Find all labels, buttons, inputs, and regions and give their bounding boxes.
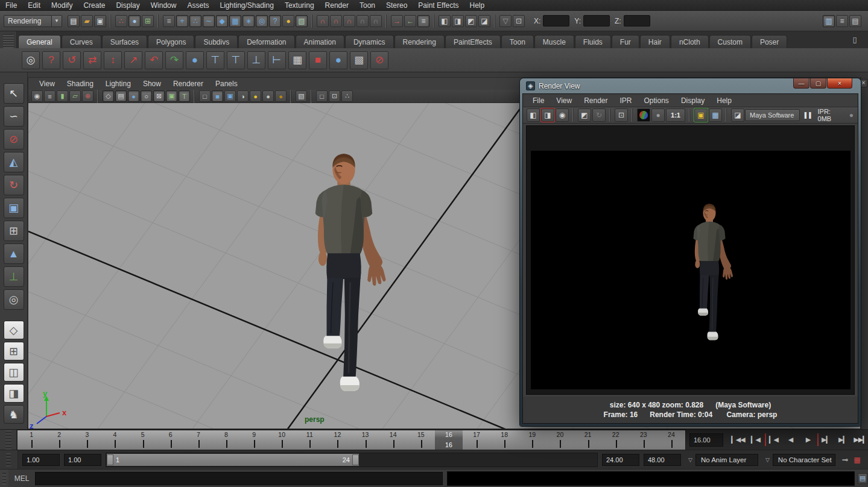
timeline-frame-18[interactable]: 18 bbox=[490, 430, 518, 450]
render-current-frame-icon[interactable]: ◨ bbox=[452, 15, 464, 27]
go-to-start-button[interactable]: ▎◀◀ bbox=[730, 433, 746, 446]
step-back-frame-button[interactable]: ▎◀ bbox=[747, 433, 764, 446]
shelf-tab-hair[interactable]: Hair bbox=[640, 35, 670, 48]
render-canvas[interactable] bbox=[531, 151, 851, 389]
shelf-tab-fur[interactable]: Fur bbox=[612, 35, 639, 48]
smooth-shade-icon[interactable]: ■ bbox=[212, 90, 223, 102]
ipr-render-icon[interactable]: ◩ bbox=[465, 15, 477, 27]
tool-settings-icon[interactable]: ≡ bbox=[836, 15, 848, 27]
script-editor-icon[interactable]: ▤ bbox=[858, 473, 867, 484]
menu-display[interactable]: Display bbox=[110, 0, 145, 11]
winged-creature-icon[interactable]: ♞ bbox=[4, 405, 24, 424]
construction-history-icon[interactable]: ≡ bbox=[417, 15, 429, 27]
pause-ipr-icon[interactable]: ▌▌ bbox=[805, 112, 814, 118]
viewport-menu-show[interactable]: Show bbox=[137, 80, 167, 88]
four-pane-layout-icon[interactable]: ⊞ bbox=[4, 342, 24, 360]
make-live-icon[interactable]: ∩ bbox=[370, 15, 382, 27]
timeline-frame-2[interactable]: 2 bbox=[45, 430, 73, 450]
select-handles-icon[interactable]: + bbox=[176, 15, 188, 27]
character-set-selector[interactable]: No Character Set bbox=[773, 454, 835, 466]
x-input[interactable] bbox=[543, 15, 569, 27]
one-to-one-icon[interactable]: 1:1 bbox=[666, 108, 685, 122]
flat-light-icon[interactable]: ● bbox=[262, 90, 274, 102]
menu-render[interactable]: Render bbox=[320, 0, 354, 11]
wireframe-icon[interactable]: □ bbox=[199, 90, 211, 102]
select-joints-icon[interactable]: ∴ bbox=[189, 15, 201, 27]
scale-tool-icon[interactable]: ▣ bbox=[4, 198, 24, 218]
shelf-tab-poser[interactable]: Poser bbox=[752, 35, 787, 48]
viewport-menu-view[interactable]: View bbox=[33, 80, 61, 88]
timeline-frame-14[interactable]: 14 bbox=[379, 430, 407, 450]
shelf-tab-rendering[interactable]: Rendering bbox=[394, 35, 445, 48]
auto-keyframe-icon[interactable]: ⊸ bbox=[840, 454, 851, 465]
grip-handle[interactable] bbox=[3, 34, 14, 48]
snap-to-curves-icon[interactable]: ∩ bbox=[330, 15, 342, 27]
timeline-frame-15[interactable]: 15 bbox=[407, 430, 435, 450]
step-back-key-button[interactable]: ▎◀ bbox=[765, 433, 781, 446]
current-time-field[interactable] bbox=[689, 433, 723, 447]
hypergraph-icon[interactable]: ▦ bbox=[288, 51, 306, 69]
shelf-tab-animation[interactable]: Animation bbox=[296, 35, 344, 48]
shelf-tab-muscle[interactable]: Muscle bbox=[534, 35, 574, 48]
playback-start-field[interactable] bbox=[64, 454, 101, 466]
anim-layer-dropdown-icon[interactable]: ▽ bbox=[688, 457, 692, 463]
camera-tumble-icon[interactable]: ↺ bbox=[63, 51, 81, 69]
shelf-trash-icon[interactable]: ▯ bbox=[849, 34, 860, 45]
move-tool-icon[interactable]: ◭ bbox=[4, 152, 24, 172]
shelf-tab-deformation[interactable]: Deformation bbox=[238, 35, 294, 48]
z-input[interactable] bbox=[624, 15, 650, 27]
image-plane-icon[interactable]: ▱ bbox=[69, 90, 81, 102]
shelf-tab-custom[interactable]: Custom bbox=[709, 35, 751, 48]
snap-to-points-icon[interactable]: ∩ bbox=[343, 15, 355, 27]
node-network-icon-4[interactable]: ⊢ bbox=[268, 51, 286, 69]
menu-paint-effects[interactable]: Paint Effects bbox=[413, 0, 464, 11]
range-slider-track[interactable]: 1 24 bbox=[106, 453, 598, 467]
camera-attributes-icon[interactable]: ≡ bbox=[44, 90, 55, 102]
menu-texturing[interactable]: Texturing bbox=[279, 0, 320, 11]
shelf-tab-painteffects[interactable]: PaintEffects bbox=[445, 35, 501, 48]
timeline-frame-11[interactable]: 11 bbox=[296, 430, 323, 450]
rgb-channels-icon[interactable]: ● bbox=[637, 108, 650, 122]
chevron-down-icon[interactable]: ▼ bbox=[52, 15, 62, 27]
select-component-icon[interactable]: ⊞ bbox=[142, 15, 154, 27]
renderer-dropdown[interactable]: Maya Software bbox=[745, 109, 800, 121]
use-all-lights-icon[interactable]: ◑ bbox=[237, 90, 249, 102]
grid-icon[interactable]: ◇ bbox=[103, 90, 114, 102]
single-pane-layout-icon[interactable]: ◇ bbox=[4, 321, 24, 339]
redo-previous-render-icon[interactable]: ◧ bbox=[527, 108, 540, 122]
rotate-tool-icon[interactable]: ↻ bbox=[4, 175, 24, 195]
timeline-frame-13[interactable]: 13 bbox=[352, 430, 379, 450]
shelf-tab-polygons[interactable]: Polygons bbox=[148, 35, 194, 48]
animation-start-field[interactable] bbox=[22, 454, 60, 466]
film-gate-icon[interactable]: ▤ bbox=[115, 90, 127, 102]
channel-box-icon[interactable]: ▥ bbox=[823, 15, 835, 27]
safe-action-icon[interactable]: ▣ bbox=[166, 90, 177, 102]
command-language-toggle[interactable]: MEL bbox=[8, 474, 35, 483]
gate-mask-icon[interactable]: ○ bbox=[141, 90, 152, 102]
render-settings-icon[interactable]: ▣ bbox=[694, 108, 708, 122]
menu-help[interactable]: Help bbox=[464, 0, 490, 11]
anim-preferences-icon[interactable]: ▦ bbox=[852, 454, 863, 465]
menu-create[interactable]: Create bbox=[78, 0, 110, 11]
play-backwards-button[interactable]: ◀ bbox=[782, 433, 799, 446]
resolution-gate-icon[interactable]: ● bbox=[128, 90, 139, 102]
step-forward-key-button[interactable]: ▶▎ bbox=[817, 433, 834, 446]
select-lattice-icon[interactable]: ▩ bbox=[350, 51, 368, 69]
timeline-grip[interactable] bbox=[0, 430, 17, 450]
camera-dolly-icon[interactable]: ↕ bbox=[104, 51, 122, 69]
shelf-tab-fluids[interactable]: Fluids bbox=[575, 35, 611, 48]
timeline-frame-20[interactable]: 20 bbox=[546, 430, 574, 450]
outliner-persp-layout-icon[interactable]: ◫ bbox=[4, 363, 24, 382]
select-cube-icon[interactable]: ■ bbox=[309, 51, 327, 69]
select-rendering-icon[interactable]: ◎ bbox=[256, 15, 268, 27]
render-view-menu-render[interactable]: Render bbox=[578, 96, 613, 105]
redo-icon[interactable]: ↷ bbox=[165, 51, 183, 69]
select-camera-icon[interactable]: ◉ bbox=[31, 90, 43, 102]
step-forward-frame-button[interactable]: ▶▎ bbox=[835, 433, 851, 446]
shelf-tab-toon[interactable]: Toon bbox=[501, 35, 534, 48]
timeline-frame-3[interactable]: 3 bbox=[73, 430, 101, 450]
shelf-tab-surfaces[interactable]: Surfaces bbox=[102, 35, 147, 48]
viewport-menu-shading[interactable]: Shading bbox=[61, 80, 100, 88]
default-light-icon[interactable]: ● bbox=[250, 90, 261, 102]
xyz-axes-icon[interactable]: ⊥ bbox=[4, 266, 24, 287]
